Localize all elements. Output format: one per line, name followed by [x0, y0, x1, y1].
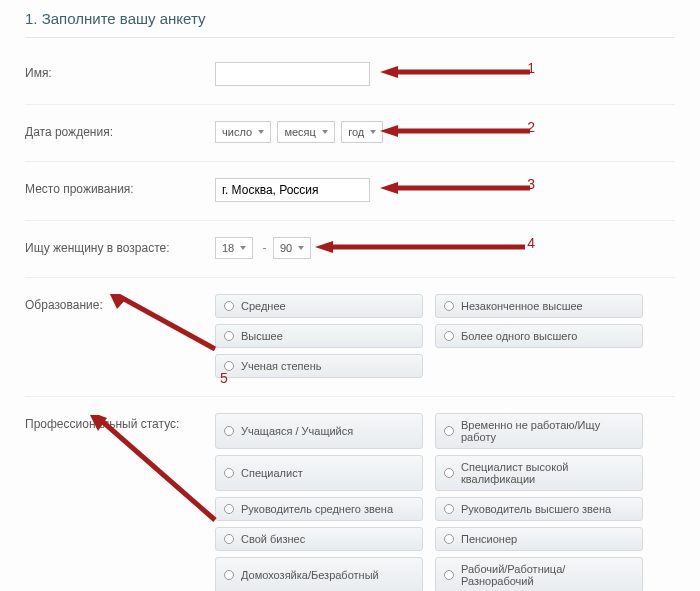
location-input[interactable]	[215, 178, 370, 202]
annotation-number-5: 5	[220, 370, 228, 386]
option-label: Незаконченное высшее	[461, 300, 583, 312]
row-birth: Дата рождения: число месяц год 2	[25, 113, 675, 162]
row-profstatus: Профессиональный статус: Учащаяся / Учащ…	[25, 405, 675, 591]
chevron-down-icon	[240, 246, 246, 250]
birth-day-value: число	[222, 126, 252, 138]
option-label: Специалист	[241, 467, 303, 479]
age-separator: -	[263, 241, 267, 255]
age-from-value: 18	[222, 242, 234, 254]
radio-icon	[224, 468, 234, 478]
option-label: Рабочий/Работница/Разнорабочий	[461, 563, 634, 587]
radio-icon	[444, 504, 454, 514]
radio-icon	[224, 331, 234, 341]
arrow-icon	[105, 294, 225, 354]
arrow-icon	[380, 123, 530, 137]
option-label: Высшее	[241, 330, 283, 342]
radio-icon	[444, 331, 454, 341]
radio-icon	[444, 534, 454, 544]
chevron-down-icon	[298, 246, 304, 250]
radio-icon	[224, 504, 234, 514]
radio-icon	[224, 426, 234, 436]
name-input[interactable]	[215, 62, 370, 86]
option-label: Специалист высокой квалификации	[461, 461, 634, 485]
annotation-number-3: 3	[527, 176, 535, 192]
option-education-2[interactable]: Высшее	[215, 324, 423, 348]
birth-month-select[interactable]: месяц	[277, 121, 334, 143]
svg-marker-3	[380, 125, 398, 137]
option-label: Более одного высшего	[461, 330, 577, 342]
arrow-icon	[380, 64, 530, 78]
age-from-select[interactable]: 18	[215, 237, 253, 259]
radio-icon	[444, 301, 454, 311]
option-label: Учащаяся / Учащийся	[241, 425, 353, 437]
age-to-value: 90	[280, 242, 292, 254]
option-label: Среднее	[241, 300, 286, 312]
chevron-down-icon	[258, 130, 264, 134]
arrow-icon	[315, 239, 525, 253]
svg-marker-1	[380, 66, 398, 78]
label-name: Имя:	[25, 62, 215, 86]
option-profstatus-1[interactable]: Временно не работаю/Ищу работу	[435, 413, 643, 449]
svg-line-8	[115, 294, 215, 349]
option-profstatus-8[interactable]: Домохозяйка/Безработный	[215, 557, 423, 591]
arrow-icon	[85, 415, 225, 525]
option-education-0[interactable]: Среднее	[215, 294, 423, 318]
svg-marker-5	[380, 182, 398, 194]
annotation-number-4: 4	[527, 235, 535, 251]
row-education: Образование: Среднее Незаконченное высше…	[25, 286, 675, 397]
row-name: Имя: 1	[25, 54, 675, 105]
svg-marker-7	[315, 241, 333, 253]
page-title: 1. Заполните вашу анкету	[25, 10, 675, 38]
radio-icon	[224, 534, 234, 544]
birth-year-select[interactable]: год	[341, 121, 383, 143]
option-label: Пенсионер	[461, 533, 517, 545]
option-label: Временно не работаю/Ищу работу	[461, 419, 634, 443]
option-profstatus-0[interactable]: Учащаяся / Учащийся	[215, 413, 423, 449]
option-profstatus-2[interactable]: Специалист	[215, 455, 423, 491]
radio-icon	[444, 468, 454, 478]
annotation-number-2: 2	[527, 119, 535, 135]
svg-line-10	[95, 415, 215, 520]
option-profstatus-7[interactable]: Пенсионер	[435, 527, 643, 551]
option-label: Руководитель высшего звена	[461, 503, 611, 515]
birth-month-value: месяц	[284, 126, 315, 138]
option-education-4[interactable]: Ученая степень	[215, 354, 423, 378]
chevron-down-icon	[370, 130, 376, 134]
birth-day-select[interactable]: число	[215, 121, 271, 143]
option-label: Ученая степень	[241, 360, 321, 372]
annotation-number-1: 1	[527, 60, 535, 76]
option-label: Свой бизнес	[241, 533, 305, 545]
option-label: Руководитель среднего звена	[241, 503, 393, 515]
option-label: Домохозяйка/Безработный	[241, 569, 379, 581]
label-birth: Дата рождения:	[25, 121, 215, 143]
profstatus-options: Учащаяся / Учащийся Временно не работаю/…	[215, 413, 675, 591]
birth-year-value: год	[348, 126, 364, 138]
age-to-select[interactable]: 90	[273, 237, 311, 259]
label-location: Место проживания:	[25, 178, 215, 202]
option-profstatus-3[interactable]: Специалист высокой квалификации	[435, 455, 643, 491]
option-education-1[interactable]: Незаконченное высшее	[435, 294, 643, 318]
option-profstatus-9[interactable]: Рабочий/Работница/Разнорабочий	[435, 557, 643, 591]
education-options: Среднее Незаконченное высшее Высшее Боле…	[215, 294, 675, 378]
radio-icon	[444, 570, 454, 580]
radio-icon	[224, 570, 234, 580]
chevron-down-icon	[322, 130, 328, 134]
option-profstatus-4[interactable]: Руководитель среднего звена	[215, 497, 423, 521]
arrow-icon	[380, 180, 530, 194]
option-education-3[interactable]: Более одного высшего	[435, 324, 643, 348]
label-seek: Ищу женщину в возрасте:	[25, 237, 215, 259]
row-location: Место проживания: 3	[25, 170, 675, 221]
option-profstatus-5[interactable]: Руководитель высшего звена	[435, 497, 643, 521]
radio-icon	[224, 301, 234, 311]
radio-icon	[444, 426, 454, 436]
option-profstatus-6[interactable]: Свой бизнес	[215, 527, 423, 551]
row-seek: Ищу женщину в возрасте: 18 - 90 4	[25, 229, 675, 278]
